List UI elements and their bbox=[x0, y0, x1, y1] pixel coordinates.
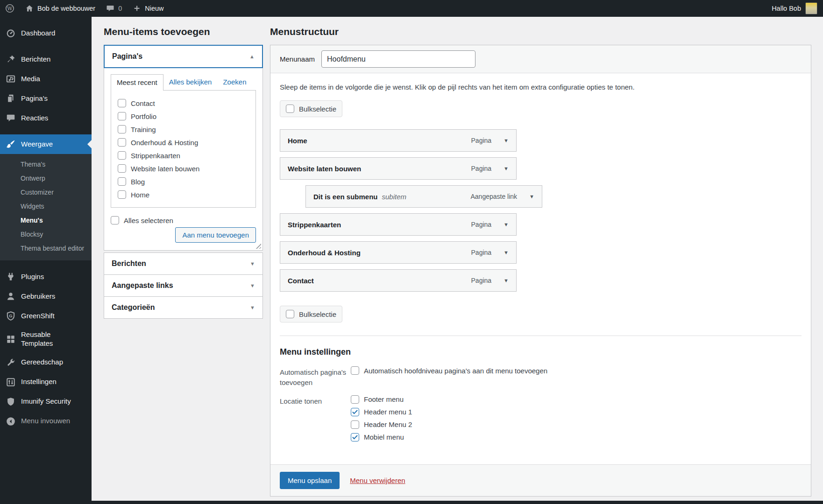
page-label: Onderhoud & Hosting bbox=[131, 139, 198, 147]
sidebar-item-imunify-security[interactable]: Imunify Security bbox=[0, 392, 92, 412]
admin-bar-account[interactable]: Hallo Bob bbox=[772, 2, 823, 14]
menu-item-title: Dit is een submenusubitem bbox=[313, 193, 406, 201]
site-name: Bob de webbouwer bbox=[37, 5, 95, 12]
location-footer-checkbox[interactable] bbox=[351, 395, 359, 404]
location-label: Header menu 1 bbox=[364, 408, 412, 416]
new-content-menu[interactable]: Nieuw bbox=[127, 0, 169, 17]
menu-items-list: Home Pagina▼ Website laten bouwen Pagina… bbox=[280, 129, 802, 292]
sidebar-label: Reusable Templates bbox=[21, 330, 78, 348]
delete-menu-link[interactable]: Menu verwijderen bbox=[350, 476, 405, 484]
admin-sidebar: Dashboard Berichten Media Pagina's React… bbox=[0, 17, 92, 504]
menu-structure-column: Menustructuur Menunaam Sleep de items in… bbox=[270, 26, 811, 497]
sidebar-item-plugins[interactable]: Plugins bbox=[0, 267, 92, 287]
page-checkbox[interactable] bbox=[118, 164, 126, 173]
save-menu-button[interactable]: Menu opslaan bbox=[280, 472, 340, 489]
admin-bar: W Bob de webbouwer 0 Nieuw Hallo Bob bbox=[0, 0, 823, 17]
sidebar-item-reusable-templates[interactable]: Reusable Templates bbox=[0, 326, 92, 353]
sidebar-label: Gebruikers bbox=[21, 292, 55, 301]
sidebar-item-gebruikers[interactable]: Gebruikers bbox=[0, 287, 92, 306]
auto-add-checkbox[interactable] bbox=[351, 366, 359, 375]
list-item: Strippenkaarten bbox=[111, 149, 255, 162]
sidebar-item-gereedschap[interactable]: Gereedschap bbox=[0, 353, 92, 372]
sidebar-item-paginas[interactable]: Pagina's bbox=[0, 89, 92, 108]
tab-zoeken[interactable]: Zoeken bbox=[217, 74, 252, 90]
checkmark-icon bbox=[352, 434, 358, 441]
menu-item-onderhoud-hosting[interactable]: Onderhoud & Hosting Pagina▼ bbox=[280, 241, 517, 264]
page-label: Website laten bouwen bbox=[131, 165, 199, 173]
page-checkbox[interactable] bbox=[118, 112, 126, 120]
comments-icon bbox=[6, 113, 16, 123]
menu-name-row: Menunaam bbox=[270, 45, 811, 73]
resize-handle[interactable] bbox=[255, 242, 261, 249]
location-header2-checkbox[interactable] bbox=[351, 420, 359, 429]
accordion-berichten-label: Berichten bbox=[112, 259, 146, 268]
sidebar-label: Media bbox=[21, 75, 40, 84]
menu-item-home[interactable]: Home Pagina▼ bbox=[280, 129, 517, 152]
tab-meest-recent[interactable]: Meest recent bbox=[111, 74, 163, 91]
page-checkbox[interactable] bbox=[118, 138, 126, 147]
accordion-paginas-header[interactable]: Pagina's ▲ bbox=[104, 45, 263, 68]
bulk-select-checkbox[interactable] bbox=[286, 310, 294, 318]
sidebar-item-reacties[interactable]: Reacties bbox=[0, 108, 92, 128]
comment-bubble-icon bbox=[106, 4, 115, 13]
menu-item-type: Pagina bbox=[471, 221, 492, 228]
accordion-berichten[interactable]: Berichten ▼ bbox=[104, 252, 263, 275]
bottom-edge-strip bbox=[0, 501, 823, 504]
page-checkbox[interactable] bbox=[118, 125, 126, 133]
visit-site-link[interactable]: Bob de webbouwer bbox=[20, 0, 100, 17]
location-mobiel-checkbox[interactable] bbox=[351, 433, 359, 441]
page-checkbox[interactable] bbox=[118, 151, 126, 160]
bulk-select-checkbox[interactable] bbox=[286, 105, 294, 113]
appearance-submenu: Thema's Ontwerp Customizer Widgets Menu'… bbox=[0, 154, 92, 260]
list-item: Training bbox=[111, 123, 255, 136]
accordion-aangepaste-links[interactable]: Aangepaste links ▼ bbox=[104, 274, 263, 297]
menu-item-website-laten-bouwen[interactable]: Website laten bouwen Pagina▼ bbox=[280, 157, 517, 180]
sidebar-item-media[interactable]: Media bbox=[0, 69, 92, 89]
submenu-themas[interactable]: Thema's bbox=[0, 157, 92, 171]
sidebar-item-berichten[interactable]: Berichten bbox=[0, 49, 92, 69]
page-checkbox[interactable] bbox=[118, 99, 126, 107]
menu-item-contact[interactable]: Contact Pagina▼ bbox=[280, 269, 517, 292]
paintbrush-icon bbox=[6, 139, 16, 149]
page-checkbox[interactable] bbox=[118, 190, 126, 199]
menu-name-input[interactable] bbox=[321, 50, 475, 68]
accordion-categorieen[interactable]: Categorieën ▼ bbox=[104, 296, 263, 319]
new-label: Nieuw bbox=[145, 5, 163, 12]
collapse-menu-button[interactable]: Menu invouwen bbox=[0, 412, 92, 431]
submenu-ontwerp[interactable]: Ontwerp bbox=[0, 171, 92, 185]
wordpress-logo-menu[interactable]: W bbox=[0, 0, 20, 17]
pushpin-icon bbox=[6, 54, 16, 64]
chevron-down-icon[interactable]: ▼ bbox=[529, 194, 534, 199]
submenu-customizer[interactable]: Customizer bbox=[0, 185, 92, 199]
chevron-down-icon[interactable]: ▼ bbox=[504, 250, 509, 255]
greeting: Hallo Bob bbox=[772, 5, 801, 12]
menu-item-strippenkaarten[interactable]: Strippenkaarten Pagina▼ bbox=[280, 213, 517, 236]
chevron-down-icon[interactable]: ▼ bbox=[504, 166, 509, 171]
menu-name-label: Menunaam bbox=[280, 55, 315, 63]
admin-bar-left: W Bob de webbouwer 0 Nieuw bbox=[0, 0, 169, 17]
add-to-menu-button[interactable]: Aan menu toevoegen bbox=[175, 227, 256, 243]
add-menu-items-column: Menu-items toevoegen Pagina's ▲ Meest re… bbox=[104, 26, 263, 319]
tab-alles-bekijken[interactable]: Alles bekijken bbox=[163, 74, 218, 90]
submenu-blocksy[interactable]: Blocksy bbox=[0, 227, 92, 241]
location-header1-checkbox[interactable] bbox=[351, 408, 359, 416]
location-label: Header Menu 2 bbox=[364, 420, 412, 428]
sidebar-item-instellingen[interactable]: Instellingen bbox=[0, 372, 92, 392]
list-item: Website laten bouwen bbox=[111, 162, 255, 175]
chevron-down-icon[interactable]: ▼ bbox=[504, 222, 509, 227]
sidebar-item-dashboard[interactable]: Dashboard bbox=[0, 23, 92, 43]
sidebar-item-greenshift[interactable]: G GreenShift bbox=[0, 306, 92, 326]
comments-shortcut[interactable]: 0 bbox=[100, 0, 127, 17]
main-content: Menu-items toevoegen Pagina's ▲ Meest re… bbox=[92, 17, 823, 504]
submenu-menus[interactable]: Menu's bbox=[0, 213, 92, 227]
submenu-widgets[interactable]: Widgets bbox=[0, 199, 92, 213]
chevron-down-icon[interactable]: ▼ bbox=[504, 138, 509, 143]
page-checkbox[interactable] bbox=[118, 177, 126, 186]
submenu-thema-bestand-editor[interactable]: Thema bestand editor bbox=[0, 241, 92, 255]
menu-item-submenu[interactable]: Dit is een submenusubitem Aangepaste lin… bbox=[305, 185, 542, 208]
chevron-down-icon[interactable]: ▼ bbox=[504, 278, 509, 283]
sidebar-item-weergave[interactable]: Weergave bbox=[0, 134, 92, 154]
accordion-categorieen-label: Categorieën bbox=[112, 303, 155, 312]
select-all-checkbox[interactable] bbox=[111, 216, 119, 224]
menu-item-type: Pagina bbox=[471, 277, 492, 284]
